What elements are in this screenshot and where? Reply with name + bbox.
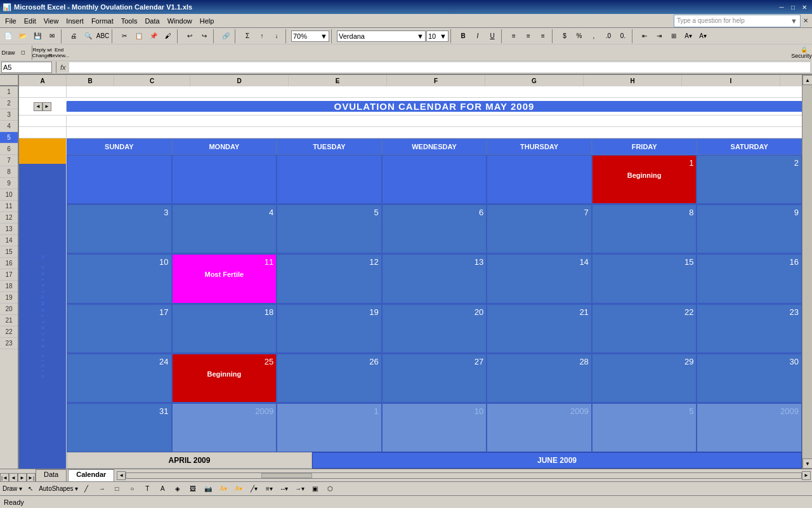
cal-cell-may19[interactable]: 19: [277, 304, 382, 353]
picture-tool[interactable]: 📷: [201, 482, 215, 496]
draw-label[interactable]: Draw ▾: [3, 485, 22, 492]
tab-first-button[interactable]: |◄: [0, 473, 9, 482]
cell-A1[interactable]: [19, 86, 67, 97]
spellcheck-button[interactable]: ABC: [96, 29, 110, 43]
cal-cell-may29[interactable]: 29: [592, 354, 697, 403]
undo-button[interactable]: ↩: [183, 29, 197, 43]
cal-cell-may8[interactable]: 8: [592, 204, 697, 253]
cal-cell-may15[interactable]: 15: [592, 254, 697, 303]
align-left-button[interactable]: ≡: [507, 29, 521, 43]
menu-data[interactable]: Data: [141, 16, 163, 26]
3d-tool[interactable]: ⬡: [323, 482, 337, 496]
cal-cell-other6[interactable]: 2009: [697, 403, 802, 452]
scrollbar-track-h[interactable]: [126, 472, 802, 479]
help-search-box[interactable]: Type a question for help ▼: [674, 15, 801, 27]
bold-button[interactable]: B: [456, 29, 470, 43]
cal-cell-w1-tue[interactable]: [277, 155, 382, 204]
cal-cell-may11[interactable]: 11 Most Fertile: [172, 254, 277, 303]
june-nav-button[interactable]: JUNE 2009: [312, 452, 802, 469]
hyperlink-button[interactable]: 🔗: [219, 29, 233, 43]
rect-tool[interactable]: □: [110, 482, 124, 496]
cal-cell-may14[interactable]: 14: [487, 254, 592, 303]
size-dropdown-icon[interactable]: ▼: [440, 32, 447, 40]
menu-insert[interactable]: Insert: [62, 16, 88, 26]
cal-cell-may26[interactable]: 26: [277, 354, 382, 403]
cal-cell-may21[interactable]: 21: [487, 304, 592, 353]
cal-cell-may4[interactable]: 4: [172, 204, 277, 253]
scroll-up-button[interactable]: ▲: [802, 75, 812, 85]
increase-indent-button[interactable]: ⇥: [652, 29, 666, 43]
col-A[interactable]: A: [19, 75, 67, 86]
sort-desc-button[interactable]: ↓: [270, 29, 284, 43]
increase-decimal-button[interactable]: .0: [601, 29, 615, 43]
col-I[interactable]: I: [682, 75, 780, 86]
dash-style-tool[interactable]: --▾: [277, 482, 291, 496]
textbox-tool[interactable]: T: [140, 482, 154, 496]
nav-prev-button[interactable]: ◄: [34, 102, 43, 111]
wordart-tool[interactable]: A: [155, 482, 169, 496]
scrollbar-thumb-h[interactable]: [261, 473, 312, 478]
col-D[interactable]: D: [190, 75, 289, 86]
cal-cell-may2[interactable]: 2: [697, 155, 802, 204]
cal-cell-may28[interactable]: 28: [487, 354, 592, 403]
menu-format[interactable]: Format: [88, 16, 117, 26]
col-C[interactable]: C: [114, 75, 190, 86]
font-selector[interactable]: Verdana ▼: [337, 30, 426, 42]
tab-last-button[interactable]: ►|: [27, 473, 36, 482]
maximize-button[interactable]: □: [788, 3, 798, 11]
scroll-down-button[interactable]: ▼: [802, 458, 812, 469]
font-color-button[interactable]: A▾: [696, 29, 710, 43]
horizontal-scrollbar[interactable]: ◄ ►: [115, 469, 812, 481]
col-B[interactable]: B: [67, 75, 114, 86]
cal-cell-may1[interactable]: 1 Beginning: [592, 155, 697, 204]
drawing-button[interactable]: Draw: [1, 46, 15, 60]
save-button[interactable]: 💾: [30, 29, 44, 43]
borders-button[interactable]: ⊞: [667, 29, 681, 43]
scroll-thumb-v[interactable]: [802, 85, 812, 458]
font-size-selector[interactable]: 10 ▼: [426, 30, 449, 42]
cal-cell-may25[interactable]: 25 Beginning: [172, 354, 277, 403]
percent-button[interactable]: %: [572, 29, 586, 43]
open-button[interactable]: 📂: [16, 29, 30, 43]
cal-cell-other4[interactable]: 2009: [487, 403, 592, 452]
new-button[interactable]: 📄: [1, 29, 15, 43]
clipart-tool[interactable]: 🖼: [186, 482, 200, 496]
oval-tool[interactable]: ○: [125, 482, 139, 496]
help-dropdown-icon[interactable]: ▼: [790, 17, 797, 25]
help-close-button[interactable]: ✕: [801, 17, 811, 25]
menu-help[interactable]: Help: [196, 16, 218, 26]
arrow-style-tool[interactable]: →▾: [292, 482, 306, 496]
print-button[interactable]: 🖨: [67, 29, 81, 43]
end-review-button[interactable]: End Review...: [52, 46, 66, 60]
email-button[interactable]: ✉: [45, 29, 59, 43]
tab-calendar[interactable]: Calendar: [68, 469, 114, 481]
cal-cell-may16[interactable]: 16: [697, 254, 802, 303]
menu-tools[interactable]: Tools: [117, 16, 141, 26]
currency-button[interactable]: $: [558, 29, 572, 43]
cal-cell-may10[interactable]: 10: [67, 254, 172, 303]
cal-cell-may3[interactable]: 3: [67, 204, 172, 253]
cal-cell-may9[interactable]: 9: [697, 204, 802, 253]
diagram-tool[interactable]: ◈: [171, 482, 185, 496]
cell-A3[interactable]: [19, 116, 67, 126]
cal-cell-may27[interactable]: 27: [382, 354, 487, 403]
decrease-indent-button[interactable]: ⇤: [638, 29, 652, 43]
col-J[interactable]: J: [780, 75, 802, 86]
font-dropdown-icon[interactable]: ▼: [417, 32, 424, 40]
cal-cell-may20[interactable]: 20: [382, 304, 487, 353]
cal-cell-w1-thu[interactable]: [487, 155, 592, 204]
cal-cell-may13[interactable]: 13: [382, 254, 487, 303]
fill-color-button[interactable]: A▾: [681, 29, 695, 43]
cal-cell-may31[interactable]: 31: [67, 403, 172, 452]
cal-cell-may23[interactable]: 23: [697, 304, 802, 353]
decrease-decimal-button[interactable]: 0.: [616, 29, 630, 43]
align-center-button[interactable]: ≡: [521, 29, 535, 43]
formula-content[interactable]: [69, 62, 811, 73]
zoom-dropdown-icon[interactable]: ▼: [320, 32, 327, 40]
menu-window[interactable]: Window: [164, 16, 196, 26]
selected-cell-a5[interactable]: [19, 138, 66, 164]
cal-cell-may18[interactable]: 18: [172, 304, 277, 353]
cal-cell-other2[interactable]: 1: [277, 403, 382, 452]
cal-cell-may5[interactable]: 5: [277, 204, 382, 253]
line-tool[interactable]: ╱: [79, 482, 93, 496]
